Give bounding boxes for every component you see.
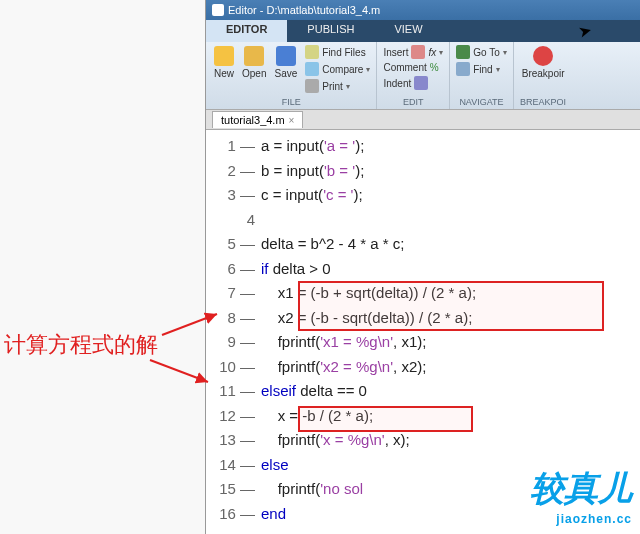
- ribbon-group-label: NAVIGATE: [454, 95, 509, 107]
- file-tab[interactable]: tutorial3_4.m ×: [212, 111, 303, 128]
- compare-button[interactable]: Compare▾: [303, 61, 372, 77]
- app-icon: [212, 4, 224, 16]
- find-files-icon: [305, 45, 319, 59]
- open-button[interactable]: Open: [238, 44, 270, 94]
- editor-window: Editor - D:\matlab\tutorial3_4.m EDITOR …: [205, 0, 640, 534]
- save-button[interactable]: Save: [270, 44, 301, 94]
- chevron-down-icon: ▾: [346, 82, 350, 91]
- breakpoint-icon: [533, 46, 553, 66]
- breakpoints-button[interactable]: Breakpoir: [518, 44, 569, 81]
- magnifier-icon: [456, 62, 470, 76]
- chevron-down-icon: ▾: [503, 48, 507, 57]
- section-icon: [411, 45, 425, 59]
- tab-publish[interactable]: PUBLISH: [287, 20, 374, 42]
- find-files-button[interactable]: Find Files: [303, 44, 372, 60]
- ribbon-group-edit: Insert fx▾ Comment % Indent EDIT: [377, 42, 450, 109]
- ribbon-group-label: FILE: [210, 95, 372, 107]
- svg-line-1: [150, 360, 208, 382]
- watermark: 较真儿 jiaozhen.cc: [530, 466, 632, 526]
- chevron-down-icon: ▾: [439, 48, 443, 57]
- open-folder-icon: [244, 46, 264, 66]
- watermark-url: jiaozhen.cc: [530, 512, 632, 526]
- ribbon: New Open Save Find Files Compare▾ Print▾…: [206, 42, 640, 110]
- window-title: Editor - D:\matlab\tutorial3_4.m: [228, 4, 380, 16]
- file-tab-bar: tutorial3_4.m ×: [206, 110, 640, 130]
- ribbon-group-navigate: Go To▾ Find▾ NAVIGATE: [450, 42, 514, 109]
- new-file-icon: [214, 46, 234, 66]
- ribbon-group-label: EDIT: [381, 95, 445, 107]
- close-tab-icon[interactable]: ×: [289, 115, 295, 126]
- watermark-text: 较真儿: [530, 466, 632, 512]
- chevron-down-icon: ▾: [496, 65, 500, 74]
- chevron-down-icon: ▾: [366, 65, 370, 74]
- ribbon-group-breakpoints: Breakpoir BREAKPOI: [514, 42, 573, 109]
- new-button[interactable]: New: [210, 44, 238, 94]
- goto-button[interactable]: Go To▾: [454, 44, 509, 60]
- compare-icon: [305, 62, 319, 76]
- print-icon: [305, 79, 319, 93]
- annotation-text: 计算方程式的解: [4, 330, 158, 360]
- comment-button[interactable]: Comment %: [381, 61, 445, 74]
- tab-view[interactable]: VIEW: [374, 20, 442, 42]
- ribbon-group-label: BREAKPOI: [518, 95, 569, 107]
- print-button[interactable]: Print▾: [303, 78, 372, 94]
- find-button[interactable]: Find▾: [454, 61, 509, 77]
- goto-arrow-icon: [456, 45, 470, 59]
- ribbon-group-file: New Open Save Find Files Compare▾ Print▾…: [206, 42, 377, 109]
- title-bar: Editor - D:\matlab\tutorial3_4.m: [206, 0, 640, 20]
- line-gutter: 1 —2 —3 —45 —6 —7 —8 —9 —10 —11 —12 —13 …: [206, 130, 261, 534]
- insert-button[interactable]: Insert fx▾: [381, 44, 445, 60]
- indent-icon: [414, 76, 428, 90]
- save-disk-icon: [276, 46, 296, 66]
- tab-editor[interactable]: EDITOR: [206, 20, 287, 42]
- indent-button[interactable]: Indent: [381, 75, 445, 91]
- file-tab-name: tutorial3_4.m: [221, 114, 285, 126]
